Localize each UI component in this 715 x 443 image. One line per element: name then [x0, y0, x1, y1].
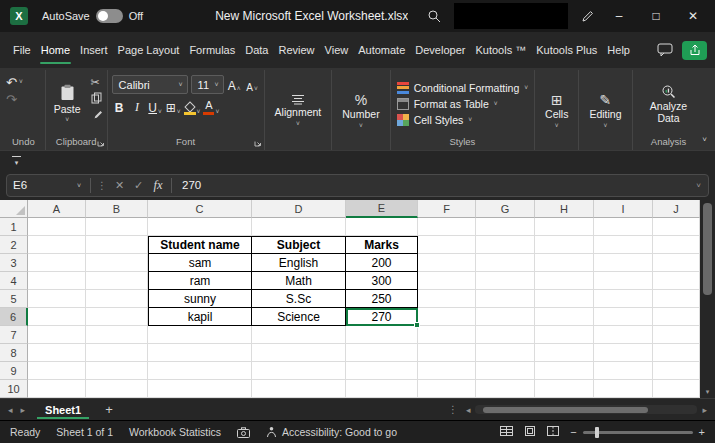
maximize-button[interactable]: □ — [644, 9, 668, 23]
column-header-j[interactable]: J — [653, 200, 700, 218]
accessibility-status[interactable]: Accessibility: Good to go — [266, 426, 397, 438]
cell-D2[interactable]: Subject — [252, 236, 346, 254]
cell-I5[interactable] — [594, 290, 653, 308]
row-header-5[interactable]: 5 — [0, 290, 28, 308]
cell-J2[interactable] — [653, 236, 700, 254]
cell-E7[interactable] — [346, 326, 418, 344]
cell-A7[interactable] — [28, 326, 86, 344]
vertical-scrollbar-thumb[interactable] — [703, 203, 712, 295]
menu-tab-page-layout[interactable]: Page Layout — [113, 32, 185, 68]
cell-F2[interactable] — [418, 236, 476, 254]
cell-G10[interactable] — [476, 380, 535, 398]
cell-A8[interactable] — [28, 344, 86, 362]
cell-F10[interactable] — [418, 380, 476, 398]
menu-tab-formulas[interactable]: Formulas — [184, 32, 240, 68]
cell-E2[interactable]: Marks — [346, 236, 418, 254]
expand-formula-bar-icon[interactable]: ˅ — [689, 181, 708, 190]
workbook-statistics-button[interactable]: Workbook Statistics — [129, 426, 221, 438]
share-button[interactable] — [682, 41, 707, 60]
cell-E10[interactable] — [346, 380, 418, 398]
fill-handle[interactable] — [414, 322, 420, 328]
cell-D9[interactable] — [252, 362, 346, 380]
cell-C8[interactable] — [148, 344, 252, 362]
cell-A4[interactable] — [28, 272, 86, 290]
insert-function-button[interactable]: fx — [148, 178, 168, 193]
quick-access-dropdown-icon[interactable]: ▾ — [12, 156, 21, 166]
cell-B5[interactable] — [86, 290, 148, 308]
close-button[interactable]: ✕ — [681, 9, 705, 23]
borders-button[interactable]: ⊞˅ — [166, 98, 181, 116]
cell-H1[interactable] — [535, 218, 594, 236]
cell-A10[interactable] — [28, 380, 86, 398]
cell-J8[interactable] — [653, 344, 700, 362]
minimize-button[interactable]: – — [607, 9, 631, 23]
cell-E5[interactable]: 250 — [346, 290, 418, 308]
zoom-out-icon[interactable]: − — [570, 426, 576, 438]
column-header-g[interactable]: G — [476, 200, 535, 218]
drag-dots-icon[interactable]: ⋮ — [94, 180, 110, 191]
column-header-b[interactable]: B — [86, 200, 148, 218]
cell-B4[interactable] — [86, 272, 148, 290]
cell-D7[interactable] — [252, 326, 346, 344]
bold-button[interactable]: B — [112, 98, 127, 116]
menu-tab-home[interactable]: Home — [36, 32, 75, 68]
menu-tab-data[interactable]: Data — [240, 32, 273, 68]
tab-splitter-icon[interactable]: ⋮ — [448, 404, 458, 415]
alignment-button[interactable]: Alignment ˅ — [269, 73, 328, 149]
new-sheet-button[interactable]: + — [101, 402, 117, 417]
cell-J7[interactable] — [653, 326, 700, 344]
font-name-select[interactable]: Calibri ˅ — [112, 75, 188, 94]
camera-icon[interactable] — [237, 427, 250, 438]
cell-H6[interactable] — [535, 308, 594, 326]
normal-view-icon[interactable] — [500, 426, 513, 438]
cell-B8[interactable] — [86, 344, 148, 362]
cell-B9[interactable] — [86, 362, 148, 380]
enter-entry-icon[interactable]: ✓ — [129, 179, 148, 192]
menu-tab-review[interactable]: Review — [273, 32, 319, 68]
cell-I9[interactable] — [594, 362, 653, 380]
shrink-font-button[interactable]: A˅ — [245, 76, 260, 94]
cell-H10[interactable] — [535, 380, 594, 398]
page-break-preview-icon[interactable] — [547, 426, 559, 438]
cell-E3[interactable]: 200 — [346, 254, 418, 272]
cell-J6[interactable] — [653, 308, 700, 326]
cell-C10[interactable] — [148, 380, 252, 398]
cell-styles-button[interactable]: Cell Styles˅ — [395, 113, 530, 127]
cell-A1[interactable] — [28, 218, 86, 236]
cell-I8[interactable] — [594, 344, 653, 362]
cell-H7[interactable] — [535, 326, 594, 344]
cell-E6[interactable]: 270 — [346, 308, 418, 326]
row-header-7[interactable]: 7 — [0, 326, 28, 344]
cell-C3[interactable]: sam — [148, 254, 252, 272]
cell-B2[interactable] — [86, 236, 148, 254]
cell-H5[interactable] — [535, 290, 594, 308]
cell-F1[interactable] — [418, 218, 476, 236]
cell-I2[interactable] — [594, 236, 653, 254]
menu-tab-insert[interactable]: Insert — [75, 32, 113, 68]
paste-button[interactable]: Paste ˅ — [50, 73, 85, 135]
cell-J9[interactable] — [653, 362, 700, 380]
cell-C6[interactable]: kapil — [148, 308, 252, 326]
zoom-slider-thumb[interactable] — [595, 427, 599, 438]
cell-J3[interactable] — [653, 254, 700, 272]
sheet-nav-left-icon[interactable]: ◂ — [8, 405, 13, 415]
select-all-corner[interactable] — [0, 200, 28, 218]
dialog-launcher-icon[interactable] — [254, 139, 262, 147]
cell-H2[interactable] — [535, 236, 594, 254]
cell-E4[interactable]: 300 — [346, 272, 418, 290]
menu-tab-kutools[interactable]: Kutools ™ — [470, 32, 531, 68]
cell-I4[interactable] — [594, 272, 653, 290]
cell-A5[interactable] — [28, 290, 86, 308]
italic-button[interactable]: I — [130, 98, 145, 116]
row-header-8[interactable]: 8 — [0, 344, 28, 362]
autosave-toggle[interactable] — [96, 9, 123, 23]
cell-D6[interactable]: Science — [252, 308, 346, 326]
cell-G8[interactable] — [476, 344, 535, 362]
horizontal-scrollbar[interactable]: ◂ ▸ — [466, 405, 707, 415]
cell-G4[interactable] — [476, 272, 535, 290]
menu-tab-view[interactable]: View — [320, 32, 354, 68]
cell-H8[interactable] — [535, 344, 594, 362]
cell-A2[interactable] — [28, 236, 86, 254]
cell-G6[interactable] — [476, 308, 535, 326]
scroll-right-icon[interactable]: ▸ — [702, 405, 707, 415]
